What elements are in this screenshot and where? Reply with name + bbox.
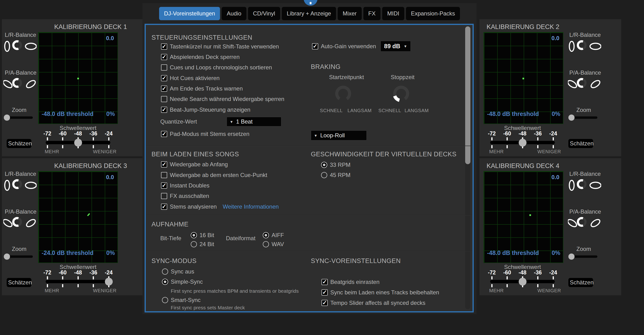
radio-24bit[interactable]	[191, 241, 197, 247]
zoom-slider-handle[interactable]	[568, 114, 574, 121]
scope-threshold-text: -48.0 dB threshold	[487, 250, 539, 256]
setting-row[interactable]: FX ausschalten	[161, 193, 209, 199]
radio-wav[interactable]	[263, 241, 269, 247]
checkbox[interactable]	[161, 96, 167, 102]
checkbox[interactable]	[322, 279, 328, 285]
scrollbar-thumb[interactable]	[465, 26, 470, 164]
tick-label: -72	[43, 270, 51, 276]
checkbox[interactable]	[161, 131, 167, 137]
tick-label: -24	[549, 270, 557, 276]
setting-row[interactable]: Hot Cues aktivieren	[161, 75, 220, 81]
checkbox[interactable]	[161, 204, 167, 210]
tab-expansion-packs[interactable]: Expansion-Packs	[406, 7, 460, 20]
setting-row[interactable]: Am Ende des Tracks warnen	[161, 85, 243, 92]
option-row[interactable]: Sync aus	[162, 268, 194, 275]
calibration-deck-2-panel: L/R-Balance P/A-Balance Zoom Schätzen KA…	[480, 19, 621, 156]
checkbox[interactable]	[161, 64, 167, 70]
tab-dj-voreinstellungen[interactable]: DJ-Voreinstellungen	[159, 7, 220, 20]
threshold-slider-handle[interactable]	[519, 139, 526, 147]
checkbox[interactable]	[161, 161, 167, 167]
setting-row[interactable]: Beatgrids einrasten	[322, 279, 380, 285]
setting-row[interactable]: Needle Search während Wiedergabe sperren	[161, 96, 284, 102]
setting-row[interactable]: Wiedergabe ab Anfang	[161, 161, 228, 168]
checkbox[interactable]	[161, 172, 167, 178]
setting-row[interactable]: Sync beim Laden eines Tracks beibehalten	[322, 289, 439, 296]
setting-row[interactable]: Beat-Jump-Steuerung anzeigen	[161, 106, 250, 113]
setting-row[interactable]: Tempo Slider affects all synced decks	[322, 300, 426, 306]
braking-start-max-label: LANGSAM	[348, 108, 372, 113]
checkbox[interactable]	[312, 43, 318, 49]
quantize-dropdown[interactable]: ▼ 1 Beat	[227, 117, 281, 126]
autogain-dropdown[interactable]: 89 dB ▼	[380, 41, 411, 51]
option-row[interactable]: 24 Bit	[191, 241, 214, 248]
tick-mark	[93, 284, 94, 287]
setting-row[interactable]: Abspielendes Deck sperren	[161, 54, 240, 60]
option-row[interactable]: Smart-Sync	[162, 297, 200, 304]
checkbox[interactable]	[322, 289, 328, 296]
setting-row[interactable]: Pad-Modus mit Stems ersetzen	[161, 131, 250, 137]
pa-balance-label: P/A-Balance	[5, 69, 36, 76]
checkbox[interactable]	[161, 193, 167, 199]
threshold-slider[interactable]: -72 -60 -48 -36 -24 MEHR WENIGER	[489, 270, 556, 293]
radio-45rpm[interactable]	[321, 172, 327, 178]
option-label: 16 Bit	[200, 232, 214, 239]
radio-smart-sync[interactable]	[162, 297, 168, 303]
braking-stop-knob[interactable]	[390, 83, 412, 104]
less-label: WENIGER	[538, 288, 561, 294]
autogain-row[interactable]: Auto-Gain verwenden	[312, 43, 376, 50]
zoom-slider-handle[interactable]	[4, 254, 10, 260]
tab-fx[interactable]: FX	[364, 7, 381, 20]
setting-row[interactable]: Wiedergabe ab dem ersten Cue-Punkt	[161, 172, 267, 178]
tick-mark	[78, 284, 79, 287]
tab-mixer[interactable]: Mixer	[338, 7, 362, 20]
tab-cd-vinyl[interactable]: CD/Vinyl	[248, 7, 280, 20]
option-row[interactable]: AIFF	[263, 232, 284, 239]
setting-row[interactable]: Stems analysieren Weitere Informationen	[161, 203, 279, 210]
threshold-slider-handle[interactable]	[519, 278, 526, 286]
threshold-slider[interactable]: -72 -60 -48 -36 -24 MEHR WENIGER	[489, 130, 556, 154]
threshold-slider-handle[interactable]	[74, 139, 82, 147]
setting-row[interactable]: Cues und Loops chronologisch sortieren	[161, 64, 272, 71]
option-row[interactable]: WAV	[263, 241, 284, 248]
zoom-slider-handle[interactable]	[568, 254, 574, 260]
checkbox[interactable]	[161, 85, 167, 92]
zoom-slider[interactable]	[568, 114, 598, 121]
threshold-slider[interactable]: -72 -60 -48 -36 -24 MEHR WENIGER	[44, 130, 112, 154]
radio-16bit[interactable]	[191, 232, 197, 238]
zoom-slider[interactable]	[4, 253, 33, 260]
more-info-link[interactable]: Weitere Informationen	[222, 203, 279, 210]
braking-start-knob[interactable]	[332, 83, 354, 104]
setting-row[interactable]: Tastenkürzel nur mit Shift-Taste verwend…	[161, 43, 279, 50]
setting-row[interactable]: Instant Doubles	[161, 182, 210, 189]
calibration-scope: 0.0 -48.0 dB threshold 0%	[484, 171, 564, 263]
estimate-button[interactable]: Schätzen	[7, 139, 32, 148]
autogain-label: Auto-Gain verwenden	[321, 43, 376, 50]
checkbox[interactable]	[322, 300, 328, 306]
zoom-slider[interactable]	[568, 253, 598, 260]
tab-midi[interactable]: MIDI	[382, 7, 404, 20]
zoom-slider[interactable]	[4, 114, 33, 121]
option-row[interactable]: Simple-Sync	[162, 279, 203, 285]
threshold-slider[interactable]: -72 -60 -48 -36 -24 MEHR WENIGER	[44, 270, 112, 293]
option-row[interactable]: 33 RPM	[321, 162, 350, 168]
threshold-slider-handle[interactable]	[105, 278, 113, 286]
estimate-button[interactable]: Schätzen	[7, 278, 32, 287]
radio-simple-sync[interactable]	[162, 279, 168, 285]
radio-sync-off[interactable]	[162, 269, 168, 275]
checkbox[interactable]	[161, 54, 167, 60]
tab-library-anzeige[interactable]: Library + Anzeige	[282, 7, 336, 20]
checkbox[interactable]	[161, 43, 167, 50]
estimate-button[interactable]: Schätzen	[568, 139, 593, 148]
radio-33rpm[interactable]	[321, 162, 327, 168]
checkbox[interactable]	[161, 75, 167, 81]
threshold-slider-track[interactable]	[46, 280, 110, 283]
checkbox[interactable]	[161, 182, 167, 189]
radio-aiff[interactable]	[263, 232, 269, 238]
zoom-slider-handle[interactable]	[4, 114, 10, 121]
pad-mode-dropdown[interactable]: ▼ Loop-Roll	[311, 130, 367, 140]
option-row[interactable]: 45 RPM	[321, 172, 350, 178]
tab-audio[interactable]: Audio	[222, 7, 246, 20]
checkbox[interactable]	[161, 107, 167, 113]
option-row[interactable]: 16 Bit	[191, 232, 214, 239]
estimate-button[interactable]: Schätzen	[568, 278, 593, 287]
